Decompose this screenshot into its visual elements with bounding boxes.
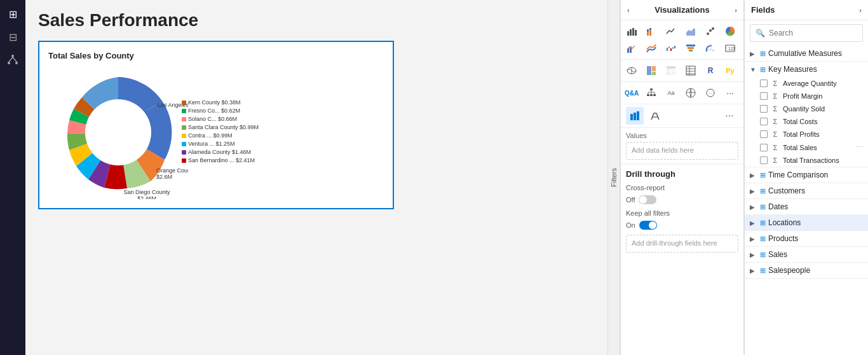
dates-header[interactable]: ▶ ⊞ Dates bbox=[745, 199, 868, 214]
time-comparison-header[interactable]: ▶ ⊞ Time Comparison bbox=[745, 167, 868, 183]
locations-expand-icon: ▶ bbox=[750, 219, 757, 226]
viz-scatter-icon[interactable] bbox=[702, 23, 719, 39]
search-icon: 🔍 bbox=[756, 29, 765, 38]
svg-rect-42 bbox=[667, 69, 670, 71]
viz-pie-icon[interactable] bbox=[722, 23, 738, 39]
total-sales-more-icon[interactable]: ⋯ bbox=[856, 143, 863, 151]
viz-card-icon[interactable]: 123 bbox=[722, 40, 738, 57]
avg-quantity-checkbox[interactable] bbox=[760, 80, 768, 87]
dates-expand-icon: ▶ bbox=[750, 204, 757, 211]
field-total-sales[interactable]: Σ Total Sales ⋯ bbox=[745, 141, 868, 154]
fields-panel: Fields › 🔍 ▶ ⊞ Cumulative Measures ▼ ⊞ K… bbox=[744, 0, 868, 355]
customers-expand-icon: ▶ bbox=[750, 188, 757, 195]
filters-tab[interactable]: Filters bbox=[607, 0, 620, 355]
field-total-costs[interactable]: Σ Total Costs bbox=[745, 115, 868, 128]
fields-search-box[interactable]: 🔍 bbox=[750, 24, 863, 42]
viz-map-icon[interactable] bbox=[623, 62, 640, 79]
filters-tab-label[interactable]: Filters bbox=[610, 168, 618, 187]
viz-format-icon[interactable] bbox=[646, 107, 664, 125]
viz-expand-right[interactable]: › bbox=[735, 6, 737, 14]
viz-build-icon[interactable] bbox=[626, 107, 644, 125]
field-total-profits[interactable]: Σ Total Profits bbox=[745, 128, 868, 141]
field-qty-sold[interactable]: Σ Quantity Sold bbox=[745, 102, 868, 115]
salespeople-header[interactable]: ▶ ⊞ Salespeople bbox=[745, 263, 868, 278]
viz-custom-icon[interactable]: ··· bbox=[702, 85, 719, 101]
legend-fresno: Fresno Co... $0.62M bbox=[182, 108, 259, 114]
legend-ventura: Ventura ... $1.25M bbox=[182, 141, 259, 147]
sidebar-data-icon[interactable]: ⊟ bbox=[3, 27, 23, 47]
viz-decomp-icon[interactable] bbox=[643, 85, 660, 101]
customers-header[interactable]: ▶ ⊞ Customers bbox=[745, 183, 868, 198]
viz-line-chart-icon[interactable] bbox=[663, 23, 679, 39]
legend-kern: Kern County $0.38M bbox=[182, 99, 259, 106]
sigma-icon-6: Σ bbox=[771, 144, 779, 151]
profit-margin-checkbox[interactable] bbox=[760, 92, 768, 100]
fields-expand-right[interactable]: › bbox=[859, 6, 862, 14]
viz-stacked-bar-icon[interactable] bbox=[643, 23, 660, 39]
viz-bar-chart-icon[interactable] bbox=[623, 23, 640, 39]
viz-combo-icon[interactable] bbox=[623, 40, 640, 57]
viz-matrix-icon[interactable] bbox=[663, 62, 679, 79]
values-label: Values bbox=[626, 132, 738, 139]
viz-ribbon-icon[interactable] bbox=[643, 40, 660, 57]
total-costs-checkbox[interactable] bbox=[760, 118, 768, 125]
sigma-icon-3: Σ bbox=[771, 105, 779, 113]
svg-text:···: ··· bbox=[709, 90, 713, 96]
total-sales-checkbox[interactable] bbox=[760, 144, 768, 151]
svg-rect-14 bbox=[632, 28, 634, 36]
field-group-key-measures-header[interactable]: ▼ ⊞ Key Measures bbox=[745, 62, 868, 77]
donut-chart: Los Angeles County $5.63M Orange County … bbox=[48, 66, 188, 199]
svg-rect-43 bbox=[670, 69, 675, 71]
sales-header[interactable]: ▶ ⊞ Sales bbox=[745, 247, 868, 262]
viz-globe-icon[interactable] bbox=[682, 85, 699, 101]
chart-container[interactable]: Total Sales by County bbox=[38, 41, 394, 209]
keep-filters-state: On bbox=[626, 221, 635, 229]
viz-gauge-icon[interactable] bbox=[702, 40, 719, 57]
viz-table-icon[interactable] bbox=[682, 62, 699, 79]
keep-filters-toggle[interactable] bbox=[639, 221, 657, 230]
field-avg-quantity[interactable]: Σ Average Quantity bbox=[745, 77, 868, 90]
page-title: Sales Performance bbox=[38, 10, 595, 31]
total-profits-checkbox[interactable] bbox=[760, 130, 768, 138]
viz-py-icon[interactable]: Py bbox=[722, 62, 738, 79]
viz-waterfall-icon[interactable] bbox=[663, 40, 679, 57]
total-costs-label: Total Costs bbox=[783, 118, 817, 125]
viz-area-chart-icon[interactable] bbox=[682, 23, 699, 39]
viz-collapse-left[interactable]: ‹ bbox=[627, 6, 630, 14]
cross-report-toggle[interactable] bbox=[639, 195, 656, 204]
qty-sold-checkbox[interactable] bbox=[760, 105, 768, 113]
cross-report-label: Cross-report bbox=[626, 184, 665, 191]
svg-rect-13 bbox=[630, 29, 632, 36]
svg-point-2 bbox=[15, 62, 18, 64]
field-group-cumulative-header[interactable]: ▶ ⊞ Cumulative Measures bbox=[745, 46, 868, 61]
viz-treemap-icon[interactable] bbox=[643, 62, 660, 79]
svg-rect-12 bbox=[627, 31, 629, 36]
locations-header[interactable]: ▶ ⊞ Locations bbox=[745, 215, 868, 230]
total-transactions-checkbox[interactable] bbox=[760, 157, 768, 164]
viz-r-icon[interactable]: R bbox=[702, 62, 719, 79]
products-header[interactable]: ▶ ⊞ Products bbox=[745, 231, 868, 246]
fields-search-input[interactable] bbox=[769, 29, 857, 38]
svg-rect-64 bbox=[637, 111, 639, 120]
viz-panel-header: ‹ Visualizations › bbox=[621, 0, 743, 20]
svg-rect-33 bbox=[688, 47, 694, 49]
drill-fields-well[interactable]: Add drill-through fields here bbox=[626, 235, 738, 253]
legend-san-bernardino: San Bernardino ... $2.41M bbox=[182, 157, 259, 164]
svg-rect-51 bbox=[650, 88, 653, 90]
key-measures-expand-icon: ▼ bbox=[750, 66, 757, 73]
keep-filters-row: Keep all filters bbox=[626, 209, 738, 217]
viz-more-icon[interactable]: ··· bbox=[722, 85, 738, 101]
legend-contra: Contra ... $0.99M bbox=[182, 132, 259, 139]
customers-label: Customers bbox=[768, 186, 805, 195]
viz-funnel-icon[interactable] bbox=[682, 40, 699, 57]
viz-qanda-icon[interactable]: Q&A bbox=[623, 85, 640, 101]
viz-analytics-more[interactable]: ··· bbox=[721, 107, 738, 125]
sidebar-model-icon[interactable] bbox=[3, 50, 23, 70]
field-profit-margin[interactable]: Σ Profit Margin bbox=[745, 90, 868, 102]
sidebar-report-icon[interactable]: ⊞ bbox=[3, 4, 23, 24]
svg-rect-32 bbox=[686, 45, 695, 46]
viz-smartnarratives-icon[interactable]: Aa bbox=[663, 85, 679, 101]
values-well[interactable]: Add data fields here bbox=[626, 142, 738, 160]
field-total-transactions[interactable]: Σ Total Transactions bbox=[745, 154, 868, 167]
legend-solano: Solano C... $0.66M bbox=[182, 116, 259, 122]
